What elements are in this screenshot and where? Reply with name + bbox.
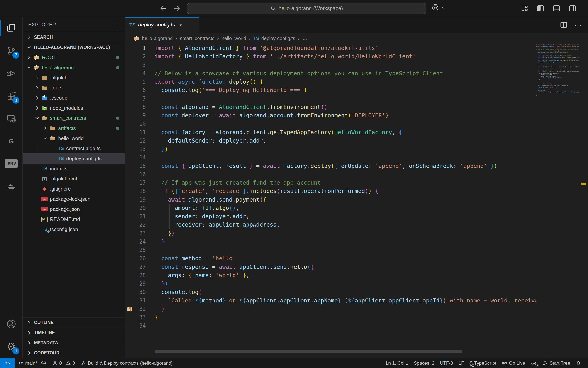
run-debug-icon[interactable] xyxy=(0,62,23,85)
breadcrumb-item[interactable]: … xyxy=(302,36,307,41)
code-line[interactable]: 19 await algorand.send.payment({ xyxy=(125,195,536,204)
settings-gear-icon[interactable]: ⚙ 1 xyxy=(0,335,23,358)
close-tab-icon[interactable]: × xyxy=(180,22,183,28)
notifications-item[interactable] xyxy=(573,360,584,366)
docker-icon[interactable] xyxy=(0,175,23,197)
code-line[interactable]: 22 receiver: appClient.appAddress, xyxy=(125,221,536,229)
toggle-secondary-sidebar-icon[interactable] xyxy=(569,4,576,12)
code-editor[interactable]: 1 import { AlgorandClient } from '@algor… xyxy=(125,44,536,358)
code-line[interactable]: 14 xyxy=(125,153,536,162)
tree-item-node-modules[interactable]: JS node_modules xyxy=(23,103,125,113)
code-line[interactable]: 1 import { AlgorandClient } from '@algor… xyxy=(125,44,536,52)
code-line[interactable]: 11 const factory = algorand.client.getTy… xyxy=(125,128,536,137)
tree-item-package-json[interactable]: npm package.json xyxy=(23,204,125,214)
tree-item-hello-algorand[interactable]: hello-algorand xyxy=(23,63,125,73)
tree-item--vscode[interactable]: .vscode xyxy=(23,93,125,103)
git-branch-item[interactable]: main* xyxy=(15,360,50,366)
explorer-icon[interactable] xyxy=(0,17,23,39)
code-line[interactable]: 26 const method = 'hello' xyxy=(125,254,536,263)
code-line[interactable]: 18 if (['create', 'replace'].includes(re… xyxy=(125,187,536,195)
code-line[interactable]: 9 const deployer = await algorand.accoun… xyxy=(125,111,536,120)
code-line[interactable]: 5 export async function deploy() { xyxy=(125,78,536,86)
code-line[interactable]: 15 const { appClient, result } = await f… xyxy=(125,162,536,170)
horizontal-scrollbar[interactable] xyxy=(155,350,462,353)
code-line[interactable]: 24 } xyxy=(125,238,536,246)
tree-item-contract-algo-ts[interactable]: TS contract.algo.ts xyxy=(23,143,125,154)
code-line[interactable]: 16 xyxy=(125,170,536,179)
code-line[interactable]: 32 ) xyxy=(125,305,536,313)
explorer-more-actions-icon[interactable]: ··· xyxy=(112,21,119,28)
tree-item-smart-contracts[interactable]: smart_contracts xyxy=(23,113,125,123)
language-mode-item[interactable]: {} TypeScript xyxy=(467,360,499,366)
copilot-menu-button[interactable] xyxy=(431,3,446,12)
code-line[interactable]: 33 } xyxy=(125,313,536,322)
indentation-item[interactable]: Spaces: 2 xyxy=(411,360,437,366)
dotenv-icon[interactable]: .ENV xyxy=(0,152,23,175)
code-line[interactable]: 27 const response = await appClient.send… xyxy=(125,263,536,271)
copilot-status-item[interactable] xyxy=(528,360,540,366)
customize-layout-icon[interactable] xyxy=(521,4,528,12)
toggle-primary-sidebar-icon[interactable] xyxy=(537,4,544,12)
code-line[interactable]: 28 args: { name: 'world' }, xyxy=(125,271,536,279)
breadcrumb-item[interactable]: hello-algorand xyxy=(133,35,173,41)
tree-item-deploy-config-ts[interactable]: TS deploy-config.ts xyxy=(23,154,125,164)
section-outline[interactable]: OUTLINE xyxy=(23,317,125,328)
source-control-icon[interactable]: 7 xyxy=(0,39,23,62)
tab-deploy-config[interactable]: TS deploy-config.ts × xyxy=(125,17,199,33)
section-codetour[interactable]: CODETOUR xyxy=(23,348,125,358)
code-line[interactable]: 17 // If app was just created fund the a… xyxy=(125,179,536,187)
tree-item--algokit[interactable]: .algokit xyxy=(23,73,125,83)
extensions-icon[interactable]: 3 xyxy=(0,85,23,107)
code-line[interactable]: 4 // Below is a showcase of various depl… xyxy=(125,69,536,78)
code-line[interactable]: 8 const algorand = AlgorandClient.fromEn… xyxy=(125,103,536,111)
code-line[interactable]: 10 xyxy=(125,120,536,128)
split-editor-icon[interactable] xyxy=(560,21,568,29)
tree-item-index-ts[interactable]: TS index.ts xyxy=(23,164,125,174)
code-line[interactable]: 30 console.log( xyxy=(125,288,536,296)
overview-ruler[interactable] xyxy=(579,44,588,358)
tree-item-readme-md[interactable]: M↓ README.md xyxy=(23,214,125,224)
problems-item[interactable]: 0 0 xyxy=(50,360,78,366)
editor-more-actions-icon[interactable]: ··· xyxy=(575,22,582,28)
code-line[interactable]: 2 import { HelloWorldFactory } from '../… xyxy=(125,52,536,61)
minimap[interactable]: import { AlgorandClient } from '@algoran… xyxy=(536,44,579,358)
go-live-item[interactable]: Go Live xyxy=(499,360,528,366)
breadcrumb-item[interactable]: TSdeploy-config.ts xyxy=(253,36,295,41)
tree-item--algokit-toml[interactable]: [T] .algokit.toml xyxy=(23,174,125,184)
tree-item-tsconfig-json[interactable]: TS tsconfig.json xyxy=(23,224,125,234)
code-line[interactable]: 13 }) xyxy=(125,145,536,153)
start-tree-item[interactable]: Start Tree xyxy=(540,360,573,366)
task-item[interactable]: Build & Deploy contracts (hello-algorand… xyxy=(78,360,175,366)
eol-item[interactable]: LF xyxy=(456,360,467,366)
command-center-search[interactable]: hello-algorand (Workspace) xyxy=(187,3,426,14)
code-line[interactable]: 21 sender: deployer.addr, xyxy=(125,212,536,221)
code-line[interactable]: 25 xyxy=(125,246,536,254)
remote-indicator[interactable] xyxy=(0,358,15,368)
gitlens-icon[interactable]: G xyxy=(0,130,23,152)
tree-item-root[interactable]: ROOT xyxy=(23,52,125,63)
tree-item-artifacts[interactable]: artifacts xyxy=(23,123,125,133)
accounts-icon[interactable] xyxy=(0,313,23,335)
remote-explorer-icon[interactable] xyxy=(0,107,23,130)
code-line[interactable]: 20 amount: (1).algo(), xyxy=(125,204,536,212)
section-timeline[interactable]: TIMELINE xyxy=(23,328,125,338)
code-line[interactable]: 31 `Called ${method} on ${appClient.appC… xyxy=(125,296,536,305)
code-line[interactable]: 7 xyxy=(125,94,536,103)
tree-item-package-lock-json[interactable]: npm package-lock.json xyxy=(23,194,125,204)
code-line[interactable]: 23 }) xyxy=(125,229,536,238)
toggle-panel-icon[interactable] xyxy=(553,4,561,12)
encoding-item[interactable]: UTF-8 xyxy=(437,360,456,366)
breadcrumb-item[interactable]: hello_world xyxy=(222,36,246,41)
section-search[interactable]: SEARCH xyxy=(23,32,125,42)
code-line[interactable]: 29 }) xyxy=(125,279,536,288)
navigate-back-icon[interactable] xyxy=(159,4,168,13)
code-line[interactable]: 6 console.log('=== Deploying HelloWorld … xyxy=(125,86,536,94)
tree-item--gitignore[interactable]: .gitignore xyxy=(23,184,125,194)
section-workspace[interactable]: HELLO-ALGORAND (WORKSPACE) xyxy=(23,42,125,52)
section-metadata[interactable]: METADATA xyxy=(23,338,125,348)
code-line[interactable]: 34 xyxy=(125,322,536,330)
tree-item--tours[interactable]: .tours xyxy=(23,83,125,93)
code-line[interactable]: 12 defaultSender: deployer.addr, xyxy=(125,137,536,145)
navigate-forward-icon[interactable] xyxy=(172,4,181,13)
tree-item-hello-world[interactable]: hello_world xyxy=(23,133,125,143)
